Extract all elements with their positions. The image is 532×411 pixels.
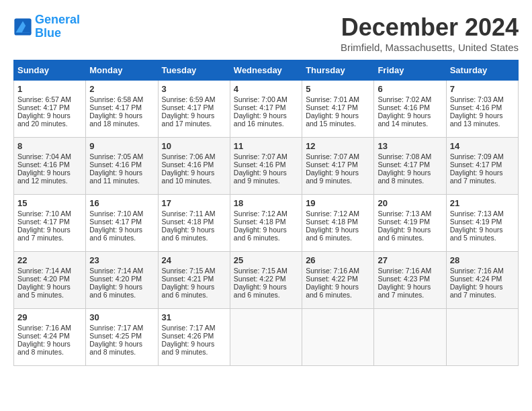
day-number: 17 bbox=[162, 198, 226, 208]
day-number: 11 bbox=[234, 141, 298, 151]
calendar-cell bbox=[374, 309, 446, 366]
daylight-label: Daylight: 9 hours and 8 minutes. bbox=[89, 340, 142, 356]
sunset-label: Sunset: 4:20 PM bbox=[89, 275, 142, 283]
calendar-cell: 15 Sunrise: 7:10 AM Sunset: 4:17 PM Dayl… bbox=[14, 195, 86, 252]
calendar-cell: 13 Sunrise: 7:08 AM Sunset: 4:17 PM Dayl… bbox=[374, 138, 446, 195]
daylight-label: Daylight: 9 hours and 6 minutes. bbox=[378, 226, 431, 242]
sunset-label: Sunset: 4:19 PM bbox=[378, 218, 430, 226]
day-number: 2 bbox=[89, 84, 154, 94]
sunrise-label: Sunrise: 7:16 AM bbox=[306, 267, 359, 275]
header-friday: Friday bbox=[374, 60, 446, 81]
day-number: 22 bbox=[17, 255, 82, 265]
month-title: December 2024 bbox=[341, 13, 519, 42]
day-number: 19 bbox=[306, 198, 370, 208]
calendar-cell: 22 Sunrise: 7:14 AM Sunset: 4:20 PM Dayl… bbox=[14, 252, 86, 309]
day-number: 16 bbox=[89, 198, 154, 208]
day-number: 20 bbox=[378, 198, 442, 208]
calendar-cell: 6 Sunrise: 7:02 AM Sunset: 4:16 PM Dayli… bbox=[374, 81, 446, 138]
daylight-label: Daylight: 9 hours and 7 minutes. bbox=[450, 283, 503, 299]
day-number: 18 bbox=[234, 198, 298, 208]
sunrise-label: Sunrise: 6:58 AM bbox=[89, 95, 143, 103]
calendar-cell: 26 Sunrise: 7:16 AM Sunset: 4:22 PM Dayl… bbox=[302, 252, 374, 309]
sunset-label: Sunset: 4:17 PM bbox=[89, 103, 142, 111]
calendar-cell: 4 Sunrise: 7:00 AM Sunset: 4:17 PM Dayli… bbox=[230, 81, 302, 138]
day-number: 10 bbox=[162, 141, 226, 151]
calendar-cell: 17 Sunrise: 7:11 AM Sunset: 4:18 PM Dayl… bbox=[158, 195, 230, 252]
sunset-label: Sunset: 4:18 PM bbox=[234, 218, 286, 226]
sunset-label: Sunset: 4:17 PM bbox=[306, 161, 358, 169]
sunset-label: Sunset: 4:24 PM bbox=[450, 275, 502, 283]
sunrise-label: Sunrise: 7:08 AM bbox=[378, 152, 431, 161]
sunrise-label: Sunrise: 7:13 AM bbox=[378, 210, 431, 218]
day-number: 21 bbox=[450, 198, 515, 208]
calendar-cell bbox=[302, 309, 374, 366]
daylight-label: Daylight: 9 hours and 16 minutes. bbox=[234, 111, 287, 128]
calendar-cell: 3 Sunrise: 6:59 AM Sunset: 4:17 PM Dayli… bbox=[158, 81, 230, 138]
daylight-label: Daylight: 9 hours and 7 minutes. bbox=[378, 283, 431, 299]
sunset-label: Sunset: 4:25 PM bbox=[89, 332, 142, 340]
calendar-week-1: 1 Sunrise: 6:57 AM Sunset: 4:17 PM Dayli… bbox=[14, 81, 519, 138]
header-tuesday: Tuesday bbox=[158, 60, 230, 81]
daylight-label: Daylight: 9 hours and 6 minutes. bbox=[89, 226, 142, 242]
day-number: 31 bbox=[162, 312, 226, 322]
calendar-cell: 5 Sunrise: 7:01 AM Sunset: 4:17 PM Dayli… bbox=[302, 81, 374, 138]
calendar-week-3: 15 Sunrise: 7:10 AM Sunset: 4:17 PM Dayl… bbox=[14, 195, 519, 252]
sunset-label: Sunset: 4:16 PM bbox=[162, 161, 214, 169]
logo-icon bbox=[13, 17, 32, 36]
calendar-cell: 18 Sunrise: 7:12 AM Sunset: 4:18 PM Dayl… bbox=[230, 195, 302, 252]
calendar-cell: 23 Sunrise: 7:14 AM Sunset: 4:20 PM Dayl… bbox=[86, 252, 158, 309]
sunrise-label: Sunrise: 7:13 AM bbox=[450, 210, 504, 218]
day-number: 30 bbox=[89, 312, 154, 322]
sunset-label: Sunset: 4:16 PM bbox=[450, 103, 502, 111]
day-number: 8 bbox=[17, 141, 82, 151]
sunset-label: Sunset: 4:26 PM bbox=[162, 332, 214, 340]
calendar-cell: 2 Sunrise: 6:58 AM Sunset: 4:17 PM Dayli… bbox=[86, 81, 158, 138]
daylight-label: Daylight: 9 hours and 6 minutes. bbox=[162, 283, 215, 299]
daylight-label: Daylight: 9 hours and 6 minutes. bbox=[306, 226, 359, 242]
sunset-label: Sunset: 4:23 PM bbox=[378, 275, 430, 283]
sunrise-label: Sunrise: 7:12 AM bbox=[306, 210, 359, 218]
day-number: 12 bbox=[306, 141, 370, 151]
sunset-label: Sunset: 4:20 PM bbox=[17, 275, 70, 283]
daylight-label: Daylight: 9 hours and 5 minutes. bbox=[17, 283, 71, 299]
daylight-label: Daylight: 9 hours and 6 minutes. bbox=[234, 283, 287, 299]
header-saturday: Saturday bbox=[446, 60, 518, 81]
sunrise-label: Sunrise: 6:57 AM bbox=[17, 95, 71, 103]
calendar-cell: 31 Sunrise: 7:17 AM Sunset: 4:26 PM Dayl… bbox=[158, 309, 230, 366]
header-wednesday: Wednesday bbox=[230, 60, 302, 81]
daylight-label: Daylight: 9 hours and 7 minutes. bbox=[17, 226, 71, 242]
day-number: 6 bbox=[378, 84, 442, 94]
daylight-label: Daylight: 9 hours and 6 minutes. bbox=[89, 283, 142, 299]
day-number: 27 bbox=[378, 255, 442, 265]
daylight-label: Daylight: 9 hours and 8 minutes. bbox=[378, 169, 431, 185]
sunrise-label: Sunrise: 7:15 AM bbox=[162, 267, 216, 275]
daylight-label: Daylight: 9 hours and 5 minutes. bbox=[450, 226, 503, 242]
day-number: 24 bbox=[162, 255, 226, 265]
sunset-label: Sunset: 4:22 PM bbox=[234, 275, 286, 283]
sunset-label: Sunset: 4:17 PM bbox=[17, 218, 70, 226]
calendar-week-5: 29 Sunrise: 7:16 AM Sunset: 4:24 PM Dayl… bbox=[14, 309, 519, 366]
sunset-label: Sunset: 4:16 PM bbox=[89, 161, 142, 169]
calendar-cell: 10 Sunrise: 7:06 AM Sunset: 4:16 PM Dayl… bbox=[158, 138, 230, 195]
day-number: 23 bbox=[89, 255, 154, 265]
day-number: 28 bbox=[450, 255, 515, 265]
sunset-label: Sunset: 4:17 PM bbox=[89, 218, 142, 226]
daylight-label: Daylight: 9 hours and 13 minutes. bbox=[450, 111, 503, 128]
day-number: 7 bbox=[450, 84, 515, 94]
calendar-cell: 11 Sunrise: 7:07 AM Sunset: 4:16 PM Dayl… bbox=[230, 138, 302, 195]
sunrise-label: Sunrise: 7:11 AM bbox=[162, 210, 216, 218]
daylight-label: Daylight: 9 hours and 9 minutes. bbox=[234, 169, 287, 185]
sunrise-label: Sunrise: 7:00 AM bbox=[234, 95, 287, 103]
location-title: Brimfield, Massachusetts, United States bbox=[341, 42, 519, 53]
day-number: 14 bbox=[450, 141, 515, 151]
header-thursday: Thursday bbox=[302, 60, 374, 81]
sunset-label: Sunset: 4:17 PM bbox=[162, 103, 214, 111]
title-area: December 2024 Brimfield, Massachusetts, … bbox=[341, 13, 519, 53]
sunset-label: Sunset: 4:17 PM bbox=[378, 161, 430, 169]
sunset-label: Sunset: 4:22 PM bbox=[306, 275, 358, 283]
calendar-cell: 14 Sunrise: 7:09 AM Sunset: 4:17 PM Dayl… bbox=[446, 138, 518, 195]
sunrise-label: Sunrise: 7:07 AM bbox=[306, 152, 359, 161]
sunrise-label: Sunrise: 7:12 AM bbox=[234, 210, 287, 218]
logo: General Blue bbox=[13, 13, 80, 40]
logo-text: General Blue bbox=[35, 13, 80, 40]
